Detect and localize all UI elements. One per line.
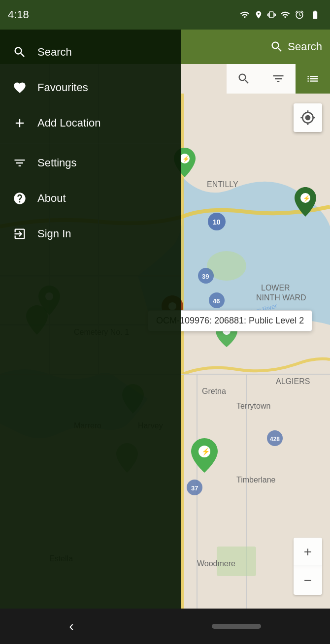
bottom-nav: ‹: [0, 609, 330, 644]
status-bar: 4:18: [0, 0, 330, 30]
wifi-icon: [280, 10, 291, 20]
home-pill[interactable]: [212, 624, 261, 629]
map-search-label: Search: [288, 40, 322, 53]
sidebar-menu: Search Favourites Add Location: [0, 30, 181, 644]
svg-text:428: 428: [270, 436, 280, 443]
filter-toolbar-button[interactable]: [261, 64, 296, 94]
sidebar-item-about[interactable]: About: [0, 181, 181, 216]
svg-text:37: 37: [191, 484, 198, 492]
svg-text:LOWER: LOWER: [261, 284, 290, 292]
sidebar: Open Charge Map Search Favourites: [0, 0, 181, 644]
zoom-in-button[interactable]: +: [294, 538, 322, 566]
svg-text:ENTILLY: ENTILLY: [207, 180, 238, 189]
map-search-button[interactable]: Search: [270, 40, 322, 54]
svg-text:⚡: ⚡: [182, 155, 190, 162]
svg-text:Terrytown: Terrytown: [236, 402, 270, 410]
heart-icon: [12, 81, 28, 95]
battery-icon: [308, 10, 322, 20]
svg-text:10: 10: [213, 218, 221, 226]
svg-text:⚡: ⚡: [303, 194, 310, 202]
sidebar-item-add-location[interactable]: Add Location: [0, 105, 181, 141]
sidebar-about-label: About: [37, 192, 66, 205]
zoom-out-button[interactable]: −: [294, 566, 322, 595]
zoom-controls: + −: [294, 538, 322, 595]
svg-text:46: 46: [213, 297, 220, 305]
sidebar-item-search[interactable]: Search: [0, 34, 181, 70]
status-time: 4:18: [8, 8, 29, 21]
signal-icon: [239, 10, 250, 20]
sidebar-search-label: Search: [37, 46, 72, 59]
sidebar-settings-label: Settings: [37, 157, 77, 169]
sidebar-add-location-label: Add Location: [37, 117, 100, 129]
vibrate-icon: [267, 10, 276, 20]
svg-text:ALGIERS: ALGIERS: [276, 377, 310, 386]
settings-icon: [12, 156, 28, 170]
sidebar-item-settings[interactable]: Settings: [0, 145, 181, 181]
svg-text:Woodmere: Woodmere: [197, 559, 235, 568]
back-button[interactable]: ‹: [69, 618, 73, 634]
sidebar-favourites-label: Favourites: [37, 81, 88, 94]
sidebar-signin-label: Sign In: [37, 227, 71, 240]
search-icon: [12, 45, 28, 59]
signin-icon: [12, 227, 28, 241]
search-toolbar-button[interactable]: [227, 64, 261, 94]
svg-text:Timberlane: Timberlane: [236, 476, 276, 484]
alarm-icon: [295, 10, 304, 20]
svg-text:39: 39: [202, 273, 209, 280]
sidebar-item-favourites[interactable]: Favourites: [0, 70, 181, 105]
list-toolbar-button[interactable]: [296, 64, 330, 94]
sidebar-item-sign-in[interactable]: Sign In: [0, 216, 181, 252]
location-icon: [254, 10, 263, 20]
status-icons: [239, 10, 322, 20]
svg-text:NINTH WARD: NINTH WARD: [256, 293, 306, 302]
sidebar-divider-1: [0, 143, 181, 143]
question-icon: [12, 192, 28, 205]
map-toolbar: [227, 64, 330, 94]
locate-button[interactable]: [294, 103, 322, 132]
svg-text:⚡: ⚡: [201, 448, 210, 456]
svg-text:Gretna: Gretna: [202, 387, 226, 395]
plus-icon: [12, 116, 28, 130]
